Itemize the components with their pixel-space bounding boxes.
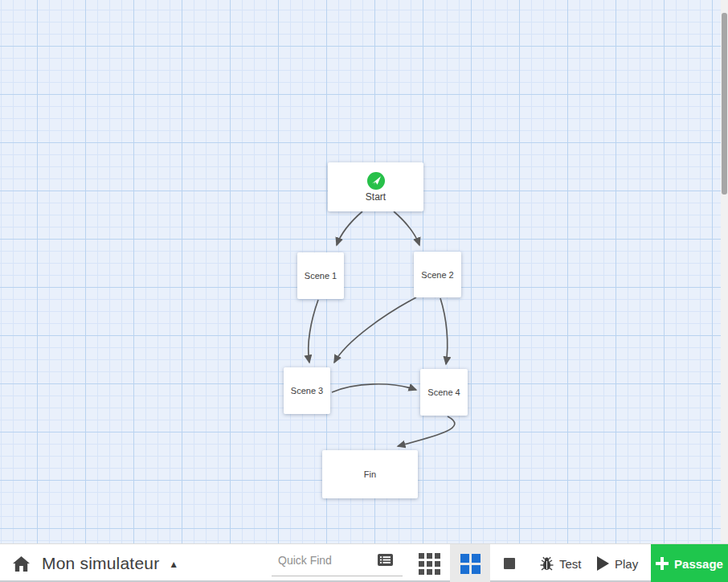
story-map-canvas[interactable]: StartScene 1Scene 2Scene 3Scene 4Fin xyxy=(0,0,728,543)
view-zoom-large-button[interactable] xyxy=(450,544,490,582)
new-passage-label: Passage xyxy=(674,557,723,571)
bug-icon xyxy=(539,555,554,572)
list-card-icon[interactable] xyxy=(378,554,393,566)
passage-node-start[interactable]: Start xyxy=(328,162,423,211)
stop-button[interactable] xyxy=(501,544,517,582)
story-title: Mon simulateur xyxy=(42,554,159,573)
play-icon xyxy=(597,556,609,571)
vertical-scrollbar-track[interactable] xyxy=(721,0,728,543)
passage-link xyxy=(337,211,362,245)
plus-icon xyxy=(656,557,669,570)
passage-link xyxy=(309,300,318,363)
stop-icon xyxy=(504,558,515,569)
passage-node-scene2[interactable]: Scene 2 xyxy=(414,252,461,297)
bottom-toolbar: Mon simulateur ▲ xyxy=(0,543,728,582)
passage-link xyxy=(440,298,448,364)
passage-title: Fin xyxy=(364,469,376,479)
home-icon xyxy=(13,556,30,572)
story-editor-window: StartScene 1Scene 2Scene 3Scene 4Fin Mon… xyxy=(0,0,728,582)
passage-link xyxy=(332,384,416,392)
vertical-scrollbar-thumb[interactable] xyxy=(722,13,727,195)
home-button[interactable] xyxy=(10,544,32,582)
passage-title: Scene 1 xyxy=(305,271,337,281)
passage-node-scene3[interactable]: Scene 3 xyxy=(284,367,330,414)
passage-node-scene1[interactable]: Scene 1 xyxy=(297,252,344,299)
grid-2x2-icon xyxy=(460,554,481,574)
passage-title: Scene 4 xyxy=(427,387,460,397)
view-zoom-small-button[interactable] xyxy=(418,544,440,582)
passage-node-fin[interactable]: Fin xyxy=(322,450,418,498)
passage-title: Scene 3 xyxy=(291,386,323,396)
play-button[interactable]: Play xyxy=(597,544,638,582)
test-button[interactable]: Test xyxy=(539,544,582,582)
new-passage-button[interactable]: Passage xyxy=(651,544,728,582)
grid-3x3-icon xyxy=(419,553,440,575)
passage-title: Scene 2 xyxy=(421,270,453,280)
passage-title: Start xyxy=(366,191,386,203)
passage-link xyxy=(334,297,416,363)
play-label: Play xyxy=(615,557,638,571)
passage-link xyxy=(394,211,419,245)
test-label: Test xyxy=(559,557,582,571)
passage-link xyxy=(398,416,455,446)
caret-up-icon: ▲ xyxy=(169,559,178,570)
passage-node-scene4[interactable]: Scene 4 xyxy=(420,369,468,416)
quick-find xyxy=(272,544,403,576)
quick-find-input[interactable] xyxy=(272,554,366,567)
story-title-menu-button[interactable]: Mon simulateur ▲ xyxy=(42,544,178,582)
start-rocket-icon xyxy=(367,172,385,190)
